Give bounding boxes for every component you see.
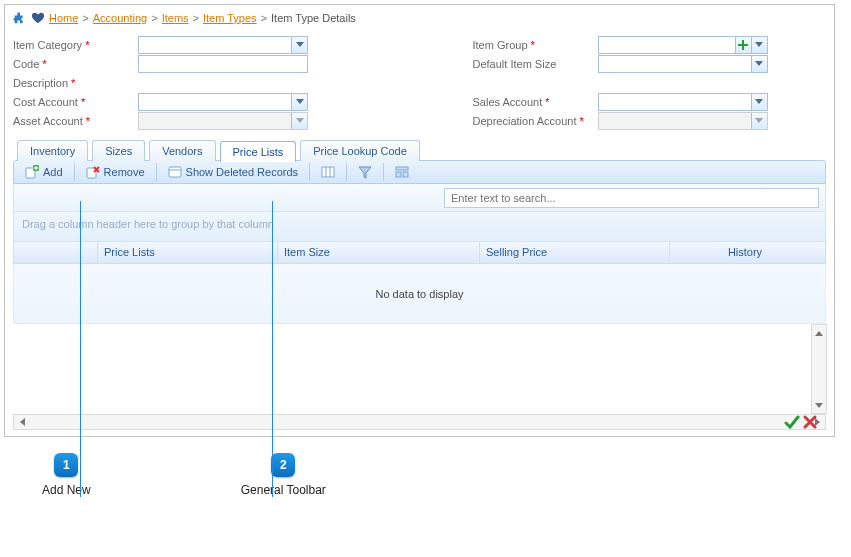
chevron-right-icon: > [82, 12, 88, 24]
customize-icon [395, 165, 409, 179]
sales-account-select[interactable] [598, 93, 768, 111]
label-item-group: Item Group * [473, 39, 598, 51]
vertical-scrollbar[interactable] [811, 324, 827, 414]
callout-label-1: Add New [42, 483, 91, 497]
tab-inventory[interactable]: Inventory [17, 140, 88, 161]
form-area: Item Category * Code * Description * Cos… [13, 35, 826, 130]
tab-price-lookup[interactable]: Price Lookup Code [300, 140, 420, 161]
remove-button-label: Remove [104, 166, 145, 178]
heart-icon [31, 11, 45, 25]
callout-badge-1: 1 [54, 453, 78, 477]
callout-2: 2 General Toolbar [241, 453, 326, 497]
scroll-up-button[interactable] [812, 325, 826, 341]
grid-empty-text: No data to display [375, 288, 463, 300]
chevron-down-icon[interactable] [751, 37, 767, 53]
chevron-down-icon[interactable] [291, 37, 307, 53]
page-frame: Home > Accounting > Items > Item Types >… [4, 4, 835, 437]
show-deleted-button[interactable]: Show Deleted Records [161, 162, 306, 182]
tab-price-lists[interactable]: Price Lists [220, 141, 297, 162]
callout-badge-2: 2 [271, 453, 295, 477]
column-chooser-button[interactable] [314, 162, 342, 182]
filter-icon [358, 165, 372, 179]
breadcrumb-link-items[interactable]: Items [162, 12, 189, 24]
label-cost-account: Cost Account * [13, 96, 138, 108]
filter-button[interactable] [351, 162, 379, 182]
scroll-left-button[interactable] [14, 418, 30, 426]
grid-search-input[interactable] [444, 188, 819, 208]
breadcrumb: Home > Accounting > Items > Item Types >… [13, 9, 826, 31]
label-sales-account: Sales Account * [473, 96, 598, 108]
chevron-left-icon [20, 418, 25, 426]
col-header-item-size[interactable]: Item Size [278, 242, 480, 263]
cancel-button[interactable] [802, 414, 818, 430]
add-item-group-button[interactable] [735, 37, 751, 53]
add-button-label: Add [43, 166, 63, 178]
customize-button[interactable] [388, 162, 416, 182]
item-category-select[interactable] [138, 36, 308, 54]
search-row [13, 184, 826, 212]
svg-rect-3 [34, 168, 39, 169]
tab-vendors[interactable]: Vendors [149, 140, 215, 161]
grid-toolbar: Add Remove Show Deleted Records [13, 160, 826, 184]
columns-icon [321, 165, 335, 179]
col-header-history[interactable]: History [670, 242, 820, 263]
apply-button[interactable] [784, 414, 800, 430]
footer-actions [784, 414, 818, 430]
horizontal-scrollbar[interactable] [13, 414, 826, 430]
breadcrumb-link-home[interactable]: Home [49, 12, 78, 24]
chevron-down-icon [751, 113, 767, 129]
svg-rect-12 [403, 172, 408, 177]
cross-icon [805, 417, 815, 427]
show-deleted-icon [168, 165, 182, 179]
code-input[interactable] [138, 55, 308, 73]
callout-label-2: General Toolbar [241, 483, 326, 497]
add-icon [25, 165, 39, 179]
svg-rect-7 [322, 167, 334, 177]
tab-sizes[interactable]: Sizes [92, 140, 145, 161]
col-header-price-lists[interactable]: Price Lists [98, 242, 278, 263]
label-item-category: Item Category * [13, 39, 138, 51]
chevron-down-icon[interactable] [751, 94, 767, 110]
add-button[interactable]: Add [18, 162, 70, 182]
chevron-down-icon[interactable] [291, 94, 307, 110]
chevron-down-icon [815, 403, 823, 408]
breadcrumb-link-item-types[interactable]: Item Types [203, 12, 257, 24]
label-default-item-size: Default Item Size [473, 58, 598, 70]
svg-rect-5 [169, 167, 181, 177]
label-description: Description * [13, 77, 138, 89]
toolbar-separator [383, 163, 384, 181]
item-group-select[interactable] [598, 36, 768, 54]
default-item-size-select[interactable] [598, 55, 768, 73]
breadcrumb-link-accounting[interactable]: Accounting [93, 12, 147, 24]
chevron-down-icon[interactable] [751, 56, 767, 72]
grid-header: Price Lists Item Size Selling Price Hist… [13, 242, 826, 264]
remove-button[interactable]: Remove [79, 162, 152, 182]
check-icon [786, 417, 798, 427]
label-dep-account: Depreciation Account * [473, 115, 598, 127]
grid-body: No data to display [13, 264, 826, 324]
chevron-up-icon [815, 331, 823, 336]
label-asset-account: Asset Account * [13, 115, 138, 127]
col-header-blank[interactable] [14, 242, 98, 263]
callout-1: 1 Add New [42, 453, 91, 497]
tabs: Inventory Sizes Vendors Price Lists Pric… [17, 140, 826, 161]
toolbar-separator [156, 163, 157, 181]
group-panel-hint: Drag a column header here to group by th… [22, 218, 274, 230]
scroll-down-button[interactable] [812, 397, 826, 413]
svg-rect-11 [396, 172, 401, 177]
group-panel[interactable]: Drag a column header here to group by th… [13, 212, 826, 242]
grid-scroll-area [13, 324, 826, 414]
toolbar-separator [309, 163, 310, 181]
svg-rect-10 [396, 167, 408, 170]
chevron-right-icon: > [193, 12, 199, 24]
cost-account-select[interactable] [138, 93, 308, 111]
remove-icon [86, 165, 100, 179]
toolbar-separator [74, 163, 75, 181]
callouts: 1 Add New 2 General Toolbar [42, 453, 851, 497]
breadcrumb-current: Item Type Details [271, 12, 356, 24]
label-code: Code * [13, 58, 138, 70]
asset-account-select [138, 112, 308, 130]
chevron-down-icon [291, 113, 307, 129]
col-header-selling-price[interactable]: Selling Price [480, 242, 670, 263]
plus-icon [738, 40, 748, 50]
